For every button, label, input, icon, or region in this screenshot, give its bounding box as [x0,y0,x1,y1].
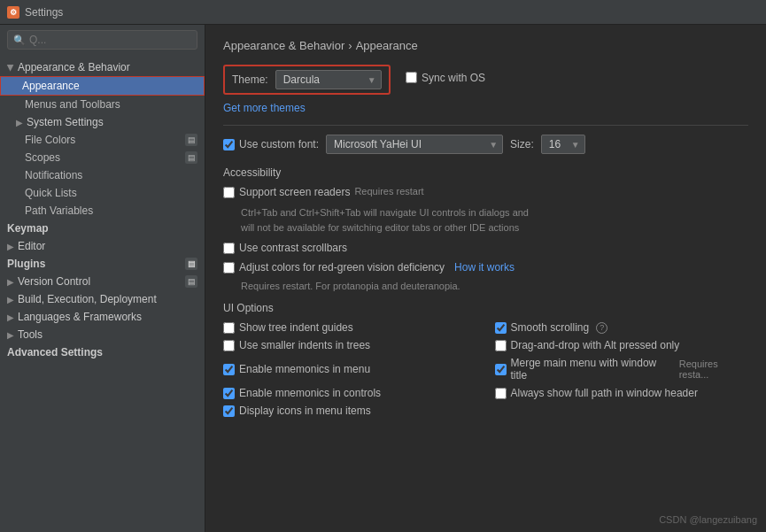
full-path-checkbox[interactable]: Always show full path in window header [495,387,749,399]
font-select-wrapper: Microsoft YaHei UI ▼ [326,135,503,154]
size-label: Size: [510,138,534,150]
sync-with-os-checkbox[interactable]: Sync with OS [406,72,485,84]
merge-menu-input[interactable] [495,364,507,375]
tree-indent-label: Show tree indent guides [239,321,353,334]
sidebar-item-plugins[interactable]: Plugins ▤ [0,255,205,273]
display-icons-label: Display icons in menu items [239,405,371,417]
csdn-badge: CSDN @langezuibang [659,514,757,525]
smaller-indents-input[interactable] [223,340,235,351]
how-it-works-link[interactable]: How it works [454,261,515,274]
expand-arrow: ▶ [7,312,14,322]
sidebar-item-keymap[interactable]: Keymap [0,220,205,237]
drag-drop-input[interactable] [495,340,507,351]
group-label: System Settings [27,116,104,128]
item-label: Quick Lists [25,187,77,199]
sidebar-item-appearance-behavior[interactable]: ▶ Appearance & Behavior [0,58,205,76]
expand-arrow: ▶ [7,330,14,340]
sidebar-item-build-execution[interactable]: ▶ Build, Execution, Deployment [0,290,205,308]
screen-readers-row: Support screen readers Requires restart [223,186,748,198]
mnemonics-controls-label: Enable mnemonics in controls [239,387,381,399]
screen-readers-input[interactable] [223,187,235,198]
drag-drop-checkbox[interactable]: Drag-and-drop with Alt pressed only [495,339,749,351]
sidebar-item-languages-frameworks[interactable]: ▶ Languages & Frameworks [0,308,205,326]
color-deficiency-input[interactable] [223,262,235,274]
drag-drop-label: Drag-and-drop with Alt pressed only [511,339,680,351]
custom-font-input[interactable] [223,139,235,150]
theme-row: Theme: Darcula IntelliJ Light High Contr… [223,65,748,95]
search-input[interactable] [29,34,191,46]
font-row: Use custom font: Microsoft YaHei UI ▼ Si… [223,135,748,154]
color-deficiency-label: Adjust colors for red-green vision defic… [239,261,445,274]
sidebar-item-path-variables[interactable]: Path Variables [0,202,205,220]
theme-label: Theme: [232,73,268,86]
expand-arrow: ▶ [7,242,14,251]
sidebar-item-tools[interactable]: ▶ Tools [0,326,205,343]
expand-arrow: ▶ [7,277,14,287]
theme-select[interactable]: Darcula IntelliJ Light High Contrast [275,70,382,89]
mnemonics-controls-input[interactable] [223,388,235,399]
sidebar-item-notifications[interactable]: Notifications [0,166,205,184]
full-path-input[interactable] [495,388,507,399]
color-deficiency-row: Adjust colors for red-green vision defic… [223,261,748,274]
sidebar-item-scopes[interactable]: Scopes ▤ [0,149,205,166]
size-select-wrapper: 16 12 14 18 20 ▼ [541,135,585,154]
group-label: Languages & Frameworks [18,311,142,323]
badge-icon: ▤ [185,134,197,146]
display-icons-checkbox[interactable]: Display icons in menu items [223,405,477,417]
color-deficiency-note: Requires restart. For protanopia and deu… [223,281,748,291]
contrast-scrollbars-checkbox[interactable]: Use contrast scrollbars [223,242,347,254]
mnemonics-menu-checkbox[interactable]: Enable mnemonics in menu [223,357,477,382]
get-more-themes-link[interactable]: Get more themes [223,102,306,114]
font-select[interactable]: Microsoft YaHei UI [326,135,503,154]
item-label: Advanced Settings [7,346,103,359]
sync-os-input[interactable] [406,72,417,83]
badge-icon: ▤ [185,275,197,288]
item-label: Appearance [22,80,80,92]
breadcrumb-parent: Appearance & Behavior [223,39,344,52]
smooth-scrolling-input[interactable] [495,322,507,334]
accessibility-title: Accessibility [223,166,748,179]
smaller-indents-checkbox[interactable]: Use smaller indents in trees [223,339,477,351]
tree-indent-input[interactable] [223,322,235,334]
help-icon[interactable]: ? [596,322,607,334]
content-area: Appearance & Behavior › Appearance Theme… [205,25,766,532]
sidebar-item-file-colors[interactable]: File Colors ▤ [0,131,205,149]
expand-arrow: ▶ [7,295,14,305]
tree-indent-checkbox[interactable]: Show tree indent guides [223,321,477,334]
sidebar-item-quick-lists[interactable]: Quick Lists [0,184,205,202]
merge-menu-checkbox[interactable]: Merge main menu with window title Requir… [495,357,749,382]
contrast-scrollbars-row: Use contrast scrollbars [223,242,748,254]
item-label: File Colors [25,134,75,146]
mnemonics-menu-input[interactable] [223,364,235,375]
item-label: Keymap [7,222,49,235]
contrast-scrollbars-input[interactable] [223,243,235,254]
mnemonics-menu-label: Enable mnemonics in menu [239,363,370,375]
requires-restart-text: Requires restart [354,186,423,197]
sidebar-item-system-settings[interactable]: ▶ System Settings [0,113,205,131]
badge-icon: ▤ [185,151,197,164]
merge-menu-label: Merge main menu with window title [511,357,671,382]
sync-os-label: Sync with OS [422,72,485,84]
item-label: Notifications [25,169,82,181]
mnemonics-controls-checkbox[interactable]: Enable mnemonics in controls [223,387,477,399]
color-deficiency-checkbox[interactable]: Adjust colors for red-green vision defic… [223,261,445,274]
expand-arrow: ▶ [6,64,16,71]
sidebar-item-advanced-settings[interactable]: Advanced Settings [0,343,205,361]
divider [223,125,748,126]
sidebar-item-editor[interactable]: ▶ Editor [0,237,205,255]
group-label: Version Control [18,275,90,288]
item-label: Menus and Toolbars [25,98,120,111]
title-bar: ⚙ Settings [0,0,766,25]
sidebar-item-appearance[interactable]: Appearance [0,76,205,96]
search-box[interactable]: 🔍 [7,30,197,50]
sidebar-item-version-control[interactable]: ▶ Version Control ▤ [0,273,205,290]
breadcrumb-current: Appearance [356,39,418,52]
size-select[interactable]: 16 12 14 18 20 [541,135,585,154]
sidebar-item-menus-toolbars[interactable]: Menus and Toolbars [0,96,205,113]
smooth-scrolling-checkbox[interactable]: Smooth scrolling ? [495,321,749,334]
use-custom-font-checkbox[interactable]: Use custom font: [223,138,319,150]
display-icons-input[interactable] [223,405,235,417]
title-bar-text: Settings [25,6,63,19]
screen-readers-checkbox[interactable]: Support screen readers [223,186,350,198]
contrast-scrollbars-label: Use contrast scrollbars [239,242,347,254]
